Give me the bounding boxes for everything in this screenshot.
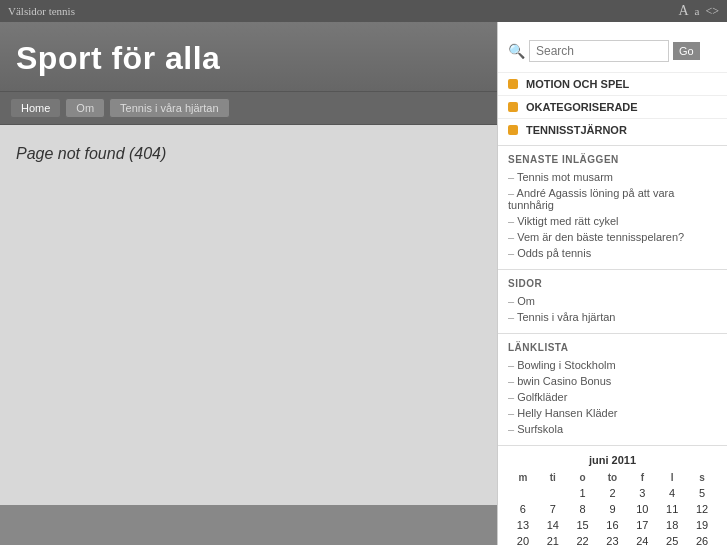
links-list: Bowling i Stockholmbwin Casino BonusGolf…	[508, 357, 717, 437]
calendar-day[interactable]: 20	[508, 533, 538, 545]
calendar-day-header: ti	[538, 470, 568, 485]
category-label: MOTION OCH SPEL	[526, 78, 629, 90]
calendar-day-header: s	[687, 470, 717, 485]
category-item[interactable]: MOTION OCH SPEL	[498, 72, 727, 95]
calendar-day[interactable]: 18	[657, 517, 687, 533]
calendar-day[interactable]: 22	[568, 533, 598, 545]
recent-post-link[interactable]: Vem är den bäste tennisspelaren?	[508, 229, 717, 245]
recent-post-link[interactable]: Viktigt med rätt cykel	[508, 213, 717, 229]
calendar-day[interactable]: 7	[538, 501, 568, 517]
pages-list: OmTennis i våra hjärtan	[508, 293, 717, 325]
calendar-day[interactable]: 10	[627, 501, 657, 517]
calendar-day[interactable]: 23	[598, 533, 628, 545]
calendar-day[interactable]: 16	[598, 517, 628, 533]
top-bar-right: A a <>	[678, 3, 719, 19]
category-color-dot	[508, 79, 518, 89]
calendar-day	[538, 485, 568, 501]
calendar-day[interactable]: 8	[568, 501, 598, 517]
page-wrapper: Sport för alla HomeOmTennis i våra hjärt…	[0, 22, 727, 545]
calendar-day[interactable]: 11	[657, 501, 687, 517]
calendar-day[interactable]: 9	[598, 501, 628, 517]
search-box: 🔍 Go	[498, 32, 727, 72]
page-link[interactable]: Om	[508, 293, 717, 309]
top-bar-left: Välsidor tennis	[8, 5, 75, 17]
links-section: LÄNKLISTA Bowling i Stockholmbwin Casino…	[498, 333, 727, 441]
search-go-button[interactable]: Go	[673, 42, 700, 60]
calendar-day[interactable]: 1	[568, 485, 598, 501]
sidebar: 🔍 Go MOTION OCH SPELOKATEGORISERADETENNI…	[497, 22, 727, 545]
nav-item[interactable]: Tennis i våra hjärtan	[109, 98, 229, 118]
recent-post-link[interactable]: Odds på tennis	[508, 245, 717, 261]
calendar-day[interactable]: 6	[508, 501, 538, 517]
recent-post-link[interactable]: Tennis mot musarm	[508, 169, 717, 185]
search-input[interactable]	[529, 40, 669, 62]
calendar-day[interactable]: 3	[627, 485, 657, 501]
calendar-table: mtiotofls 123456789101112131415161718192…	[508, 470, 717, 545]
categories-list: MOTION OCH SPELOKATEGORISERADETENNISSTJÄ…	[498, 72, 727, 141]
code-icon[interactable]: <>	[705, 4, 719, 19]
nav-item[interactable]: Home	[10, 98, 61, 118]
calendar-day[interactable]: 5	[687, 485, 717, 501]
external-link[interactable]: Surfskola	[508, 421, 717, 437]
category-color-dot	[508, 125, 518, 135]
calendar-day[interactable]: 25	[657, 533, 687, 545]
top-bar: Välsidor tennis A a <>	[0, 0, 727, 22]
calendar-day	[508, 485, 538, 501]
recent-post-link[interactable]: André Agassis löning på att vara tunnhår…	[508, 185, 717, 213]
page-link[interactable]: Tennis i våra hjärtan	[508, 309, 717, 325]
page-content: Page not found (404)	[0, 125, 497, 505]
calendar-day[interactable]: 13	[508, 517, 538, 533]
links-title: LÄNKLISTA	[508, 342, 717, 353]
calendar-day[interactable]: 17	[627, 517, 657, 533]
recent-posts-section: SENASTE INLÄGGEN Tennis mot musarmAndré …	[498, 145, 727, 265]
calendar-day-header: o	[568, 470, 598, 485]
category-item[interactable]: TENNISSTJÄRNOR	[498, 118, 727, 141]
category-item[interactable]: OKATEGORISERADE	[498, 95, 727, 118]
calendar-day-header: f	[627, 470, 657, 485]
font-size-small-icon[interactable]: a	[695, 5, 700, 17]
site-header: Sport för alla	[0, 22, 497, 92]
external-link[interactable]: Helly Hansen Kläder	[508, 405, 717, 421]
search-icon: 🔍	[508, 43, 525, 60]
calendar-day[interactable]: 19	[687, 517, 717, 533]
site-title: Sport för alla	[16, 40, 481, 77]
calendar-day[interactable]: 21	[538, 533, 568, 545]
calendar-header: mtiotofls	[508, 470, 717, 485]
recent-posts-title: SENASTE INLÄGGEN	[508, 154, 717, 165]
calendar-day[interactable]: 14	[538, 517, 568, 533]
recent-posts-list: Tennis mot musarmAndré Agassis löning på…	[508, 169, 717, 261]
category-label: OKATEGORISERADE	[526, 101, 638, 113]
external-link[interactable]: Golfkläder	[508, 389, 717, 405]
nav-bar: HomeOmTennis i våra hjärtan	[0, 92, 497, 125]
calendar-title: juni 2011	[508, 454, 717, 466]
pages-title: SIDOR	[508, 278, 717, 289]
external-link[interactable]: bwin Casino Bonus	[508, 373, 717, 389]
calendar-section: juni 2011 mtiotofls 12345678910111213141…	[498, 445, 727, 545]
category-color-dot	[508, 102, 518, 112]
calendar-day[interactable]: 24	[627, 533, 657, 545]
font-size-large-icon[interactable]: A	[678, 3, 688, 19]
category-label: TENNISSTJÄRNOR	[526, 124, 627, 136]
calendar-day-header: m	[508, 470, 538, 485]
calendar-day[interactable]: 26	[687, 533, 717, 545]
calendar-day[interactable]: 12	[687, 501, 717, 517]
calendar-day[interactable]: 2	[598, 485, 628, 501]
calendar-day-header: to	[598, 470, 628, 485]
calendar-day-header: l	[657, 470, 687, 485]
page-not-found-message: Page not found (404)	[16, 145, 481, 163]
nav-item[interactable]: Om	[65, 98, 105, 118]
pages-section: SIDOR OmTennis i våra hjärtan	[498, 269, 727, 329]
calendar-day[interactable]: 15	[568, 517, 598, 533]
calendar-body: 1234567891011121314151617181920212223242…	[508, 485, 717, 545]
main-content: Sport för alla HomeOmTennis i våra hjärt…	[0, 22, 497, 545]
calendar-day[interactable]: 4	[657, 485, 687, 501]
external-link[interactable]: Bowling i Stockholm	[508, 357, 717, 373]
